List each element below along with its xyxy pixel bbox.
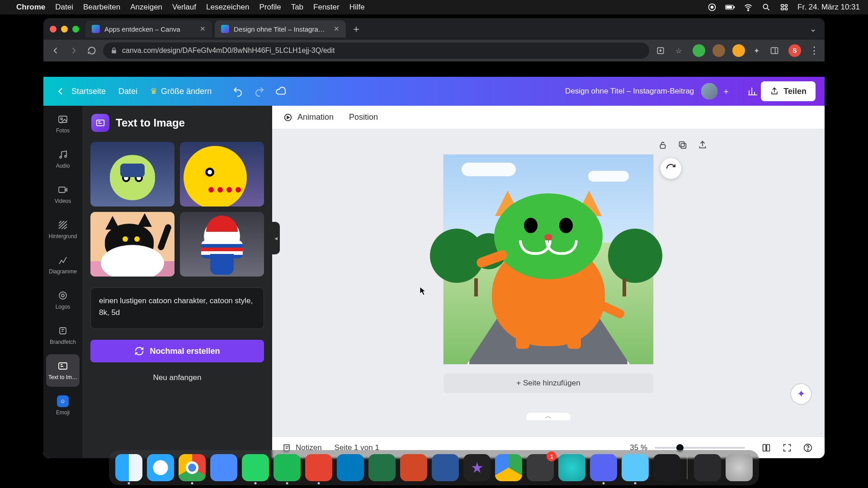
rail-brandfetch[interactable]: Brandfetch [46, 319, 80, 352]
position-button[interactable]: Position [349, 113, 378, 122]
window-zoom-icon[interactable] [72, 26, 79, 33]
dock-powerpoint[interactable] [400, 454, 427, 481]
rail-diagramme[interactable]: Diagramme [46, 249, 80, 281]
dock-todoist[interactable] [305, 454, 332, 481]
chrome-profile-avatar[interactable]: S [788, 44, 801, 57]
window-controls[interactable] [50, 26, 79, 33]
dock-voice-memos[interactable] [653, 454, 680, 481]
bookmark-star-icon[interactable]: ☆ [672, 44, 685, 57]
menubar-item-profile[interactable]: Profile [259, 3, 281, 12]
menubar-item-verlauf[interactable]: Verlauf [172, 3, 196, 12]
regenerate-button[interactable]: Nochmal erstellen [90, 340, 264, 362]
control-center-icon[interactable] [779, 2, 789, 12]
nav-back-icon[interactable] [49, 44, 62, 57]
dock-whatsapp[interactable] [242, 454, 269, 481]
canva-file-menu[interactable]: Datei [118, 87, 137, 96]
menubar-item-lesezeichen[interactable]: Lesezeichen [206, 3, 249, 12]
new-tab-button[interactable]: ＋ [349, 21, 364, 37]
extension-icon[interactable] [712, 44, 725, 57]
rail-emoji[interactable]: ☺Emoji [46, 389, 80, 422]
collapse-panel-handle[interactable]: ◂ [272, 222, 280, 254]
install-app-icon[interactable] [654, 44, 667, 57]
dock-quicktime[interactable] [622, 454, 649, 481]
generated-image-4[interactable] [180, 212, 264, 277]
spotlight-search-icon[interactable] [761, 2, 771, 12]
user-avatar[interactable] [701, 83, 717, 99]
window-minimize-icon[interactable] [61, 26, 68, 33]
generated-image-1[interactable] [90, 142, 175, 206]
tab-close-icon[interactable]: ✕ [334, 25, 340, 33]
menubar-item-tab[interactable]: Tab [291, 3, 303, 12]
canvas-stage[interactable]: + Seite hinzufügen ✦ ︿ [272, 129, 825, 436]
menubar-app-name[interactable]: Chrome [16, 3, 45, 12]
share-button[interactable]: Teilen [761, 81, 816, 101]
canva-back-icon[interactable] [52, 83, 69, 99]
dock-safari[interactable] [147, 454, 174, 481]
rail-videos[interactable]: Videos [46, 178, 80, 211]
dock-mission-control[interactable] [694, 454, 721, 481]
wifi-icon[interactable] [743, 2, 753, 12]
nav-reload-icon[interactable] [85, 44, 99, 57]
browser-tab-2-active[interactable]: Design ohne Titel – Instagram-… ✕ [215, 20, 346, 38]
help-icon[interactable] [801, 441, 815, 455]
dock-imovie[interactable] [463, 454, 491, 481]
canvas-page[interactable] [443, 155, 653, 364]
add-page-button[interactable]: + Seite hinzufügen [443, 373, 653, 393]
rail-fotos[interactable]: Fotos [46, 108, 80, 140]
design-title[interactable]: Design ohne Titel – Instagram-Beitrag [565, 87, 694, 96]
analytics-icon[interactable] [745, 83, 761, 99]
generated-image-2[interactable] [180, 142, 264, 206]
animation-button[interactable]: Animation [283, 113, 334, 122]
add-collaborator-icon[interactable]: ＋ [719, 84, 733, 98]
menubar-item-fenster[interactable]: Fenster [313, 3, 340, 12]
dock-system-settings[interactable]: 1 [527, 454, 554, 481]
url-bar[interactable]: canva.com/design/DAFeGfv4mD0/8wNhH46Fi_5… [103, 42, 649, 59]
start-over-button[interactable]: Neu anfangen [90, 368, 264, 388]
redo-icon[interactable] [251, 83, 268, 99]
screen-record-icon[interactable] [707, 2, 717, 12]
magic-assistant-button[interactable]: ✦ [790, 383, 812, 405]
dock-trash[interactable] [726, 454, 753, 481]
tab-search-icon[interactable]: ⌄ [810, 24, 816, 34]
menubar-item-hilfe[interactable]: Hilfe [349, 3, 365, 12]
menubar-item-datei[interactable]: Datei [55, 3, 73, 12]
dock-spotify[interactable] [274, 454, 301, 481]
zoom-slider[interactable] [655, 447, 745, 449]
rail-logos[interactable]: Logos [46, 284, 80, 316]
menubar-clock[interactable]: Fr. 24. März 10:31 [797, 3, 860, 12]
side-panel-icon[interactable] [768, 44, 781, 57]
prompt-textarea[interactable]: einen lustigen catoon charakter, catoon … [90, 287, 264, 329]
tab-close-icon[interactable]: ✕ [200, 25, 206, 33]
dock-word[interactable] [432, 454, 459, 481]
generated-image-3[interactable] [90, 212, 175, 277]
duplicate-page-icon[interactable] [677, 139, 689, 151]
canva-resize-button[interactable]: ♛ Größe ändern [150, 86, 212, 96]
canva-home-link[interactable]: Startseite [71, 87, 106, 96]
rail-text-to-image[interactable]: Text to Im… [46, 354, 80, 387]
cloud-sync-icon[interactable] [273, 83, 289, 99]
dock-app[interactable] [558, 454, 585, 481]
canvas-image[interactable] [443, 155, 653, 364]
menubar-item-bearbeiten[interactable]: Bearbeiten [83, 3, 120, 12]
dock-chrome[interactable] [179, 454, 206, 481]
menubar-item-anzeigen[interactable]: Anzeigen [130, 3, 162, 12]
expand-page-list-handle[interactable]: ︿ [526, 412, 571, 420]
dock-google-drive[interactable] [495, 454, 522, 481]
chrome-menu-icon[interactable]: ⋮ [809, 45, 819, 56]
rail-hintergrund[interactable]: Hintergrund [46, 213, 80, 246]
extension-icon[interactable] [732, 44, 745, 57]
battery-icon[interactable] [725, 2, 735, 12]
upload-page-icon[interactable] [697, 139, 708, 151]
fullscreen-icon[interactable] [780, 441, 794, 455]
lock-page-icon[interactable] [657, 139, 669, 151]
dock-finder[interactable] [115, 454, 142, 481]
nav-forward-icon[interactable] [67, 44, 80, 57]
browser-tab-1[interactable]: Apps entdecken – Canva ✕ [85, 20, 212, 38]
extension-icon[interactable] [693, 44, 705, 57]
dock-excel[interactable] [368, 454, 396, 481]
window-close-icon[interactable] [50, 26, 57, 33]
extensions-puzzle-icon[interactable]: ✦ [750, 44, 763, 57]
dock-zoom[interactable] [210, 454, 237, 481]
grid-view-icon[interactable] [760, 441, 773, 455]
undo-icon[interactable] [230, 83, 246, 99]
